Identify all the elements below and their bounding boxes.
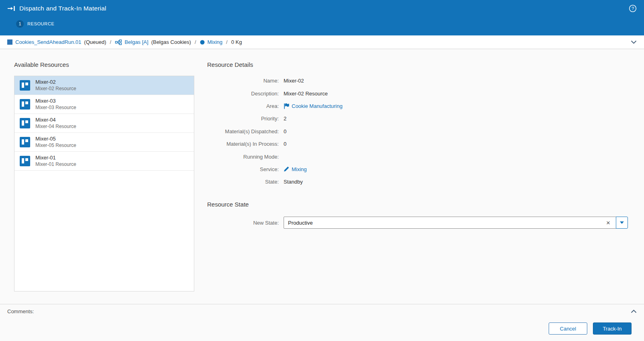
wizard-step-resource[interactable]: 1 RESOURCE	[0, 17, 644, 33]
resource-list-item[interactable]: Mixer-02 Mixer-02 Resource	[14, 76, 194, 95]
help-icon[interactable]: ?	[629, 4, 637, 12]
page-title: Dispatch and Track-In Material	[19, 5, 106, 12]
resource-icon	[20, 99, 30, 110]
breadcrumb-quantity: 0 Kg	[231, 39, 242, 45]
step-number-badge: 1	[16, 20, 24, 28]
resource-name: Mixer-04	[35, 117, 76, 123]
detail-row: Area: Cookie Manufacturing	[207, 100, 628, 112]
detail-row: Priority: 2	[207, 112, 628, 125]
detail-value: Mixer-02 Resource	[284, 91, 328, 97]
detail-label: Description:	[207, 91, 284, 97]
new-state-dropdown-button[interactable]	[616, 217, 628, 229]
service-icon	[284, 166, 289, 172]
resource-name: Mixer-01	[35, 155, 76, 161]
workflow-icon	[115, 39, 122, 45]
new-state-combobox[interactable]: Productive ×	[284, 217, 616, 229]
detail-value: Standby	[284, 179, 303, 185]
detail-row: Name: Mixer-02	[207, 74, 628, 87]
resource-state-heading: Resource State	[207, 201, 249, 208]
detail-row: Description: Mixer-02 Resource	[207, 87, 628, 99]
resource-list-item[interactable]: Mixer-04 Mixer-04 Resource	[14, 114, 194, 133]
resource-description: Mixer-03 Resource	[35, 104, 76, 111]
dispatch-track-in-window: Dispatch and Track-In Material ? 1 RESOU…	[0, 0, 644, 341]
comments-label: Comments:	[7, 308, 34, 314]
detail-value: Mixer-02	[284, 78, 304, 84]
detail-value: 0	[284, 141, 286, 147]
area-icon	[284, 103, 289, 109]
detail-row: Running Mode:	[207, 150, 628, 163]
resource-icon	[20, 80, 30, 91]
detail-label: Material(s) Dispatched:	[207, 128, 284, 134]
breadcrumb: Cookies_SendAheadRun.01 (Queued) / Belga…	[0, 35, 644, 49]
detail-row: Material(s) In Process: 0	[207, 138, 628, 150]
container-icon	[7, 39, 12, 45]
detail-label: Name:	[207, 78, 284, 84]
dropdown-arrow-icon	[620, 221, 624, 224]
detail-value: 2	[284, 116, 286, 122]
resource-list-item[interactable]: Mixer-03 Mixer-03 Resource	[14, 95, 194, 114]
detail-label: Material(s) In Process:	[207, 141, 284, 147]
breadcrumb-container-status: (Queued)	[84, 39, 106, 45]
new-state-row: New State: Productive ×	[207, 217, 628, 229]
step-dot-icon	[200, 40, 205, 45]
available-resources-list: Mixer-02 Mixer-02 Resource Mixer-03 Mixe…	[14, 76, 194, 291]
new-state-label: New State:	[207, 220, 284, 226]
resource-list-item[interactable]: Mixer-01 Mixer-01 Resource	[14, 152, 194, 171]
footer-actions: Cancel Track-In	[549, 322, 632, 335]
breadcrumb-separator: /	[194, 39, 197, 45]
chevron-up-icon[interactable]	[631, 310, 637, 313]
detail-label: State:	[207, 179, 284, 185]
svg-text:?: ?	[632, 6, 634, 11]
detail-label: Running Mode:	[207, 154, 284, 160]
header-bar: Dispatch and Track-In Material ? 1 RESOU…	[0, 0, 644, 35]
resource-name: Mixer-03	[35, 98, 76, 104]
cancel-button[interactable]: Cancel	[549, 322, 587, 335]
breadcrumb-workflow-name: (Belgas Cookies)	[151, 39, 191, 45]
dispatch-icon	[7, 5, 15, 12]
breadcrumb-separator: /	[225, 39, 228, 45]
resource-description: Mixer-05 Resource	[35, 142, 76, 149]
detail-value[interactable]: Cookie Manufacturing	[292, 103, 342, 109]
chevron-down-icon[interactable]	[631, 40, 637, 44]
resource-description: Mixer-02 Resource	[35, 85, 76, 92]
breadcrumb-separator: /	[109, 39, 112, 45]
detail-value: 0	[284, 128, 286, 134]
resource-list-item[interactable]: Mixer-05 Mixer-05 Resource	[14, 133, 194, 152]
breadcrumb-workflow-link[interactable]: Belgas [A]	[125, 39, 148, 45]
resource-details-heading: Resource Details	[207, 61, 253, 68]
resource-icon	[20, 137, 30, 147]
resource-icon	[20, 156, 30, 166]
detail-label: Service:	[207, 166, 284, 172]
detail-label: Priority:	[207, 116, 284, 122]
track-in-button[interactable]: Track-In	[593, 322, 632, 335]
detail-value[interactable]: Mixing	[292, 166, 307, 172]
resource-name: Mixer-02	[35, 79, 76, 85]
detail-row: Material(s) Dispatched: 0	[207, 125, 628, 138]
clear-icon[interactable]: ×	[605, 219, 612, 226]
breadcrumb-step-link[interactable]: Mixing	[208, 39, 223, 45]
resource-details-rows: Name: Mixer-02 Description: Mixer-02 Res…	[207, 74, 628, 188]
resource-name: Mixer-05	[35, 136, 76, 142]
new-state-value: Productive	[288, 220, 313, 226]
detail-label: Area:	[207, 103, 284, 109]
resource-icon	[20, 118, 30, 128]
step-label: RESOURCE	[27, 21, 54, 26]
resource-description: Mixer-01 Resource	[35, 161, 76, 167]
comments-bar: Comments:	[0, 304, 644, 318]
detail-row: State: Standby	[207, 176, 628, 188]
detail-row: Service: Mixing	[207, 163, 628, 176]
breadcrumb-container-link[interactable]: Cookies_SendAheadRun.01	[15, 39, 81, 45]
available-resources-heading: Available Resources	[14, 61, 69, 68]
resource-description: Mixer-04 Resource	[35, 123, 76, 130]
